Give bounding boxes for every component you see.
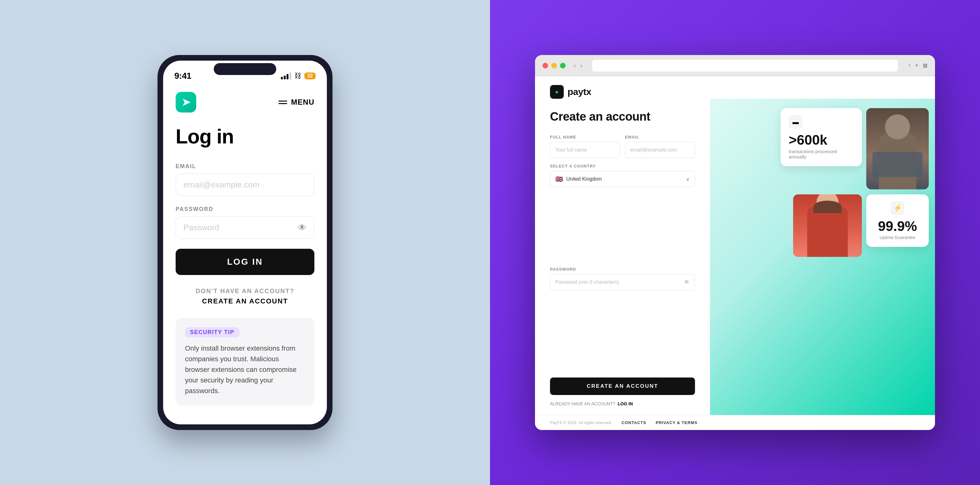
card-icon: ▬ (789, 115, 802, 129)
address-bar[interactable] (592, 60, 898, 72)
create-account-title: Create an account (550, 110, 695, 124)
country-select[interactable]: 🇬🇧 United Kingdom ∨ (550, 171, 695, 187)
signal-bars-icon (281, 73, 291, 80)
login-button[interactable]: LOG IN (176, 249, 314, 275)
full-name-label: FULL NAME (550, 135, 620, 139)
back-icon[interactable]: ‹ (574, 62, 576, 69)
signal-bar-1 (281, 77, 283, 80)
browser-action-icons: ↑ + ⊠ (908, 62, 928, 69)
password-input[interactable]: Password 👁 (176, 216, 314, 239)
web-email-placeholder: email@example.com (630, 147, 677, 153)
password-label: PASSWORD (176, 206, 314, 213)
signal-bar-2 (284, 76, 286, 80)
browser-nav-icons: ‹ › (574, 62, 582, 69)
phone-screen: 9:41 ⛓ 32 ➤ (163, 60, 327, 425)
maximize-dot[interactable] (560, 63, 566, 68)
email-input-placeholder: email@example.com (183, 180, 259, 190)
login-title: Log in (176, 125, 314, 148)
close-dot[interactable] (542, 63, 548, 68)
country-select-left: 🇬🇧 United Kingdom (555, 175, 602, 183)
transactions-stat-card: ▬ >600k transactions processed annually (781, 108, 862, 166)
web-password-group: PASSWORD Password (min 8 characters) 👁 (550, 267, 695, 364)
email-input[interactable]: email@example.com (176, 173, 314, 196)
forward-icon[interactable]: › (580, 62, 582, 69)
security-tip-text: Only install browser extensions from com… (185, 343, 305, 396)
share-icon[interactable]: ↑ (908, 62, 911, 69)
browser-footer: PayTX © 2024. All rights reserved. CONTA… (535, 415, 935, 430)
create-account-button[interactable]: CREATE AN ACCOUNT (550, 377, 695, 395)
contacts-link[interactable]: CONTACTS (622, 420, 646, 425)
phone-content: Log in EMAIL email@example.com PASSWORD … (163, 119, 327, 412)
paytx-logo: ● paytx (550, 85, 591, 99)
security-tip-badge: SECURITY TIP (185, 327, 239, 337)
paytx-logo-icon: ● (550, 85, 564, 99)
graphic-middle-row: ⚡ 99.9% Uptime Guarantee (716, 194, 929, 257)
lightning-icon: ⚡ (891, 201, 904, 215)
full-name-group: FULL NAME Your full name (550, 135, 620, 158)
paytx-logo-text: paytx (568, 87, 591, 97)
app-logo[interactable]: ➤ (176, 92, 196, 113)
woman-figure (793, 194, 862, 257)
nav-menu-button[interactable]: MENU (278, 98, 314, 107)
browser-page-main: Create an account FULL NAME Your full na… (535, 99, 935, 415)
already-account-row: ALREADY HAVE AN ACCOUNT? LOG IN (550, 401, 695, 406)
chevron-down-icon: ∨ (686, 176, 690, 182)
email-label: EMAIL (176, 163, 314, 170)
transactions-number: >600k (789, 133, 854, 147)
card-symbol-icon: ▬ (792, 118, 799, 126)
signup-prompt: DON'T HAVE AN ACCOUNT? CREATE AN ACCOUNT (176, 288, 314, 305)
right-graphic: ▬ >600k transactions processed annually (710, 99, 935, 415)
web-email-label: EMAIL (625, 135, 695, 139)
uptime-desc: Uptime Guarantee (874, 235, 921, 240)
signal-bar-3 (286, 74, 288, 80)
phone-mockup: 9:41 ⛓ 32 ➤ (158, 55, 332, 430)
country-label: SELECT A COUNTRY (550, 164, 695, 169)
plus-icon[interactable]: + (915, 62, 918, 69)
web-eye-icon[interactable]: 👁 (684, 279, 690, 286)
phone-nav: ➤ MENU (163, 86, 327, 119)
chain-icon: ⛓ (294, 72, 301, 80)
transactions-desc: transactions processed annually (789, 149, 854, 159)
eye-toggle-icon[interactable]: 👁 (298, 223, 307, 233)
logo-arrow-icon: ➤ (182, 96, 190, 108)
already-account-text: ALREADY HAVE AN ACCOUNT? (550, 401, 615, 406)
browser-page: ● paytx Create an account FULL NAME You (535, 76, 935, 430)
web-email-input[interactable]: email@example.com (625, 142, 695, 158)
password-input-placeholder: Password (183, 223, 219, 232)
name-email-row: FULL NAME Your full name EMAIL email@exa… (550, 135, 695, 158)
phone-notch (214, 63, 276, 75)
uptime-number: 99.9% (874, 219, 921, 233)
laptop-person-photo (866, 108, 929, 189)
hamburger-icon (278, 101, 287, 104)
web-password-input[interactable]: Password (min 8 characters) 👁 (550, 274, 695, 290)
browser-page-header: ● paytx (535, 76, 935, 99)
footer-copyright: PayTX © 2024. All rights reserved. (550, 420, 612, 425)
full-name-input[interactable]: Your full name (550, 142, 620, 158)
already-login-link[interactable]: LOG IN (618, 401, 633, 406)
create-account-link[interactable]: CREATE AN ACCOUNT (176, 297, 314, 305)
signal-bar-4 (290, 73, 291, 80)
paytx-icon-symbol: ● (555, 89, 559, 95)
create-account-form-area: Create an account FULL NAME Your full na… (535, 99, 710, 415)
graphic-top-row: ▬ >600k transactions processed annually (716, 108, 929, 189)
browser-mockup: ‹ › ↑ + ⊠ ● paytx (535, 55, 935, 430)
expand-icon[interactable]: ⊠ (923, 62, 928, 69)
status-time: 9:41 (174, 71, 191, 81)
full-name-placeholder: Your full name (555, 147, 587, 153)
country-group: SELECT A COUNTRY 🇬🇧 United Kingdom ∨ (550, 164, 695, 261)
right-panel: ‹ › ↑ + ⊠ ● paytx (490, 0, 980, 485)
browser-toolbar: ‹ › ↑ + ⊠ (535, 55, 935, 76)
woman-photo (793, 194, 862, 257)
left-panel: 9:41 ⛓ 32 ➤ (0, 0, 490, 485)
no-account-text: DON'T HAVE AN ACCOUNT? (196, 288, 294, 294)
battery-badge: 32 (304, 73, 316, 80)
web-password-label: PASSWORD (550, 267, 695, 272)
minimize-dot[interactable] (551, 63, 557, 68)
laptop-person-figure (866, 108, 929, 189)
security-tip-box: SECURITY TIP Only install browser extens… (176, 318, 314, 405)
country-value: United Kingdom (566, 176, 602, 182)
privacy-link[interactable]: PRIVACY & TERMS (655, 420, 697, 425)
uptime-card: ⚡ 99.9% Uptime Guarantee (866, 194, 929, 247)
status-icons: ⛓ 32 (281, 72, 316, 80)
menu-label: MENU (291, 98, 314, 107)
